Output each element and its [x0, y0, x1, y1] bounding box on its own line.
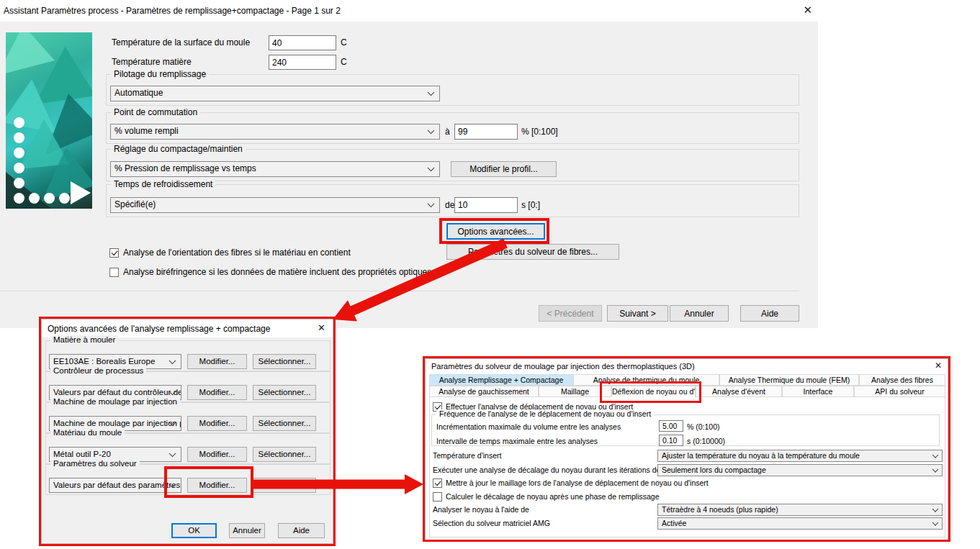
- help-button[interactable]: Aide: [740, 305, 799, 322]
- tab-core-deflection[interactable]: Déflexion de noyau ou d'insert: [611, 386, 696, 397]
- material-select-button[interactable]: Sélectionner...: [253, 354, 316, 369]
- tab-warp[interactable]: Analyse de gauchissement: [429, 386, 539, 397]
- adv-cancel-button[interactable]: Annuler: [229, 523, 265, 538]
- melt-temp-input[interactable]: [269, 55, 336, 70]
- switch-over-legend: Point de commutation: [111, 107, 200, 117]
- switch-over-combobox[interactable]: % volume rempli: [110, 124, 440, 140]
- pack-hold-group: Réglage du compactage/maintien % Pressio…: [106, 149, 799, 181]
- cooling-time-group: Temps de refroidissement Spécifié(e) de …: [106, 184, 799, 217]
- machine-select-button[interactable]: Sélectionner...: [253, 416, 316, 431]
- filling-control-legend: Pilotage du remplissage: [111, 69, 209, 79]
- update-mesh-checkbox[interactable]: [433, 478, 442, 488]
- cooling-time-input[interactable]: [454, 197, 518, 213]
- solver-modify-button[interactable]: Modifier...: [187, 478, 247, 493]
- time-interval-label: Intervalle de temps maximale entre les a…: [436, 437, 598, 445]
- melt-temp-unit: C: [341, 57, 347, 67]
- advanced-dialog-title: Options avancées de l'analyse remplissag…: [48, 324, 270, 334]
- pack-hold-combobox[interactable]: % Pression de remplissage vs temps: [110, 161, 440, 177]
- volume-increment-unit: % (0:100): [687, 422, 720, 431]
- birefringence-label: Analyse biréfringence si les données de …: [123, 267, 431, 277]
- update-mesh-label: Mettre à jour le maillage lors de l'anal…: [446, 478, 709, 487]
- mold-select-button[interactable]: Sélectionner...: [253, 447, 316, 462]
- close-icon[interactable]: ✕: [803, 5, 812, 14]
- fiber-orientation-checkbox[interactable]: [109, 248, 119, 258]
- molding-machine-legend: Machine de moulage par injection: [50, 397, 180, 406]
- insert-temp-combobox[interactable]: Ajuster la température du noyau à la tem…: [657, 450, 943, 462]
- pack-hold-legend: Réglage du compactage/maintien: [111, 144, 246, 154]
- tab-vent-analysis[interactable]: Analyse d'évent: [696, 386, 782, 397]
- amg-solver-label: Sélection du solveur matriciel AMG: [433, 519, 550, 527]
- solver-select-button[interactable]: Sélectionner...: [253, 478, 316, 493]
- switch-over-unit: % [0:100]: [521, 127, 558, 137]
- main-window-title: Assistant Paramètres process - Paramètre…: [4, 6, 341, 16]
- mold-surface-temp-label: Température de la surface du moule: [112, 37, 250, 47]
- mold-surface-temp-input[interactable]: [269, 35, 336, 50]
- molding-material-legend: Matière à mouler: [50, 335, 118, 344]
- mold-modify-button[interactable]: Modifier...: [187, 447, 247, 462]
- tab-fill-pack[interactable]: Analyse Remplissage + Compactage: [429, 374, 573, 386]
- amg-solver-combobox[interactable]: Activée: [657, 517, 943, 530]
- switch-over-input[interactable]: [454, 124, 518, 140]
- previous-button: < Précédent: [539, 305, 602, 322]
- filling-control-combobox[interactable]: Automatique: [110, 86, 440, 101]
- tab-solver-api[interactable]: API du solveur: [854, 386, 945, 397]
- mold-surface-temp-unit: C: [341, 37, 347, 47]
- calc-core-shift-checkbox[interactable]: [433, 492, 442, 502]
- separator: [0, 291, 799, 291]
- volume-increment-input[interactable]: [659, 420, 683, 432]
- process-wizard-window: Assistant Paramètres process - Paramètre…: [0, 0, 818, 328]
- advanced-dialog-body: Matière à mouler EE103AE : Borealis Euro…: [42, 337, 333, 543]
- cooling-time-combobox[interactable]: Spécifié(e): [110, 197, 440, 213]
- core-shift-iterations-label: Exécuter une analyse de décalage du noya…: [433, 466, 691, 474]
- process-controller-legend: Contrôleur de processus: [50, 366, 146, 375]
- advanced-options-button[interactable]: Options avancées...: [446, 223, 545, 240]
- tab-interface[interactable]: Interface: [782, 386, 854, 397]
- fiber-solver-params-button[interactable]: Paramètres du solveur de fibres...: [446, 244, 619, 260]
- analysis-frequency-legend: Fréquence de l'analyse de le déplacement…: [436, 409, 654, 418]
- mold-material-legend: Matériau du moule: [50, 428, 125, 437]
- solver-dialog-title: Paramètres du solveur de moulage par inj…: [431, 362, 695, 371]
- filling-control-group: Pilotage du remplissage Automatique: [106, 74, 799, 106]
- switch-over-group: Point de commutation % volume rempli à %…: [106, 112, 799, 144]
- solver-titlebar: Paramètres du solveur de moulage par inj…: [426, 359, 948, 374]
- tab-mold-thermal-fem[interactable]: Analyse Thermique du moule (FEM): [719, 374, 859, 386]
- insert-temp-label: Température d'insert: [433, 451, 501, 460]
- solver-params-combobox[interactable]: Valeurs par défaut des paramètres du s: [49, 478, 181, 493]
- adv-help-button[interactable]: Aide: [278, 523, 325, 538]
- analyze-core-using-combobox[interactable]: Tétraèdre à 4 noeuds (plus rapide): [657, 504, 943, 516]
- main-titlebar: Assistant Paramètres process - Paramètre…: [0, 0, 818, 22]
- controller-select-button[interactable]: Sélectionner...: [253, 385, 316, 400]
- solver-parameters-dialog: Paramètres du solveur de moulage par inj…: [425, 358, 948, 540]
- analyze-core-using-label: Analyser le noyau à l'aide de: [433, 505, 529, 514]
- close-icon[interactable]: ✕: [318, 323, 325, 332]
- solver-params-legend: Paramètres du solveur: [50, 459, 140, 468]
- time-interval-unit: s (0:10000): [687, 437, 725, 445]
- cooling-time-legend: Temps de refroidissement: [111, 179, 215, 189]
- controller-modify-button[interactable]: Modifier...: [187, 385, 247, 400]
- analysis-frequency-group: Fréquence de l'analyse de le déplacement…: [431, 414, 940, 446]
- close-icon[interactable]: ✕: [935, 361, 942, 371]
- cooling-time-prefix: de: [445, 200, 454, 210]
- advanced-options-dialog: Options avancées de l'analyse remplissag…: [41, 319, 333, 544]
- cooling-time-unit: s [0:]: [521, 200, 540, 210]
- calc-core-shift-label: Calculer le décalage de noyau après une …: [446, 492, 660, 501]
- solver-params-group: Paramètres du solveur Valeurs par défaut…: [45, 464, 331, 495]
- tab-fiber-analysis[interactable]: Analyse des fibres: [859, 374, 945, 386]
- core-shift-iterations-combobox[interactable]: Seulement lors du compactage: [657, 464, 943, 476]
- material-modify-button[interactable]: Modifier...: [187, 354, 247, 369]
- time-interval-input[interactable]: [659, 435, 683, 446]
- edit-profile-button[interactable]: Modifier le profil...: [451, 161, 557, 177]
- birefringence-checkbox[interactable]: [109, 268, 119, 277]
- wizard-graphic: [6, 32, 92, 209]
- main-dialog-body: Température de la surface du moule C Tem…: [0, 22, 818, 328]
- next-button[interactable]: Suivant >: [607, 305, 668, 322]
- switch-over-prefix: à: [445, 127, 450, 137]
- volume-increment-label: Incrémentation maximale du volume entre …: [436, 422, 621, 431]
- melt-temp-label: Température matière: [112, 57, 192, 67]
- machine-modify-button[interactable]: Modifier...: [187, 416, 247, 431]
- tab-mold-thermal[interactable]: Analyse de thermique du moule: [573, 374, 719, 386]
- ok-button[interactable]: OK: [171, 523, 217, 538]
- cancel-button[interactable]: Annuler: [670, 305, 729, 322]
- screenshot-root: Assistant Paramètres process - Paramètre…: [0, 0, 980, 549]
- tab-mesh[interactable]: Maillage: [539, 386, 611, 397]
